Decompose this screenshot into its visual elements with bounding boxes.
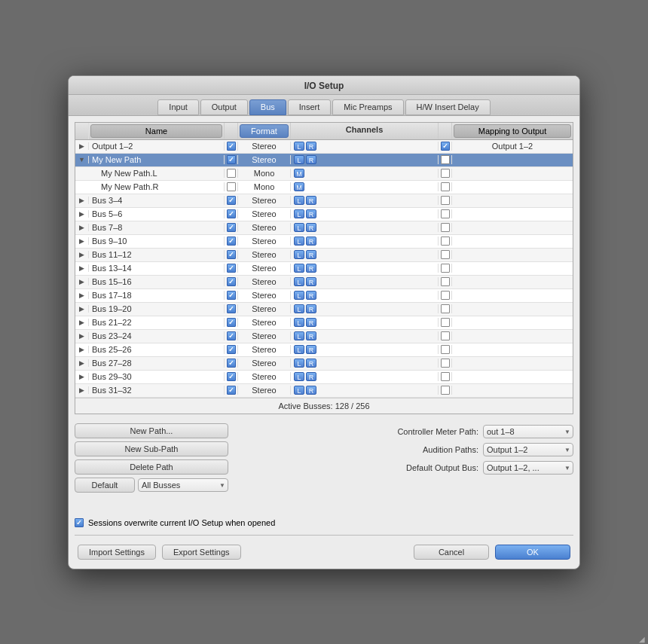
channel-button[interactable]: R bbox=[306, 372, 316, 381]
tab-output[interactable]: Output bbox=[200, 99, 248, 115]
row-map-check[interactable] bbox=[439, 182, 452, 191]
expand-arrow[interactable]: ▶ bbox=[75, 278, 89, 285]
row-active-check[interactable] bbox=[225, 237, 238, 246]
row-map-check[interactable] bbox=[439, 277, 452, 286]
row-map-check[interactable] bbox=[439, 142, 452, 151]
expand-arrow[interactable]: ▶ bbox=[75, 197, 89, 204]
table-row[interactable]: ▶Bus 17–18StereoLR bbox=[75, 289, 573, 303]
table-row[interactable]: ▶Bus 23–24StereoLR bbox=[75, 330, 573, 343]
tab-hw-insert[interactable]: H/W Insert Delay bbox=[405, 99, 491, 115]
row-active-check[interactable] bbox=[225, 345, 238, 354]
channel-button[interactable]: R bbox=[306, 331, 316, 340]
default-select[interactable]: All Busses bbox=[138, 478, 228, 492]
channel-button[interactable]: L bbox=[294, 209, 304, 218]
table-row[interactable]: My New Path.LMonoM bbox=[75, 167, 573, 181]
expand-arrow[interactable]: ▶ bbox=[75, 291, 89, 299]
expand-arrow[interactable]: ▶ bbox=[75, 251, 89, 258]
row-active-check[interactable] bbox=[225, 155, 238, 164]
channel-button[interactable]: R bbox=[306, 359, 316, 368]
channel-button[interactable]: M bbox=[294, 169, 304, 178]
channel-button[interactable]: L bbox=[294, 304, 304, 313]
row-map-check[interactable] bbox=[439, 237, 452, 246]
tab-input[interactable]: Input bbox=[157, 99, 198, 115]
row-active-check[interactable] bbox=[225, 304, 238, 313]
ok-button[interactable]: OK bbox=[495, 545, 570, 560]
row-map-check[interactable] bbox=[439, 331, 452, 340]
channel-button[interactable]: R bbox=[306, 264, 316, 273]
row-map-check[interactable] bbox=[439, 345, 452, 354]
table-row[interactable]: ▶Bus 7–8StereoLR bbox=[75, 221, 573, 235]
row-active-check[interactable] bbox=[225, 318, 238, 327]
table-row[interactable]: ▶Bus 5–6StereoLR bbox=[75, 208, 573, 221]
expand-arrow[interactable]: ▶ bbox=[75, 332, 89, 340]
expand-arrow[interactable]: ▶ bbox=[75, 224, 89, 231]
row-active-check[interactable] bbox=[225, 169, 238, 178]
channel-button[interactable]: L bbox=[294, 345, 304, 354]
channel-button[interactable]: L bbox=[294, 386, 304, 395]
channel-button[interactable]: R bbox=[306, 142, 316, 151]
row-active-check[interactable] bbox=[225, 182, 238, 191]
row-active-check[interactable] bbox=[225, 372, 238, 381]
row-active-check[interactable] bbox=[225, 277, 238, 286]
table-row[interactable]: ▶Bus 15–16StereoLR bbox=[75, 276, 573, 289]
row-map-check[interactable] bbox=[439, 372, 452, 381]
new-sub-path-button[interactable]: New Sub-Path bbox=[75, 441, 228, 456]
table-row[interactable]: ▶Bus 21–22StereoLR bbox=[75, 316, 573, 330]
row-map-check[interactable] bbox=[439, 291, 452, 300]
channel-button[interactable]: L bbox=[294, 196, 304, 205]
channel-button[interactable]: L bbox=[294, 372, 304, 381]
row-map-check[interactable] bbox=[439, 155, 452, 164]
table-row[interactable]: ▶Bus 29–30StereoLR bbox=[75, 371, 573, 384]
channel-button[interactable]: L bbox=[294, 142, 304, 151]
row-map-check[interactable] bbox=[439, 318, 452, 327]
channel-button[interactable]: R bbox=[306, 386, 316, 395]
row-map-check[interactable] bbox=[439, 223, 452, 232]
export-settings-button[interactable]: Export Settings bbox=[162, 545, 241, 560]
row-active-check[interactable] bbox=[225, 142, 238, 151]
table-row[interactable]: ▶Bus 13–14StereoLR bbox=[75, 262, 573, 276]
row-active-check[interactable] bbox=[225, 386, 238, 395]
row-map-check[interactable] bbox=[439, 264, 452, 273]
channel-button[interactable]: L bbox=[294, 250, 304, 259]
table-row[interactable]: ▶Bus 9–10StereoLR bbox=[75, 235, 573, 249]
row-map-check[interactable] bbox=[439, 304, 452, 313]
table-row[interactable]: ▶Bus 27–28StereoLR bbox=[75, 357, 573, 371]
channel-button[interactable]: R bbox=[306, 237, 316, 246]
row-active-check[interactable] bbox=[225, 250, 238, 259]
table-row[interactable]: My New Path.RMonoM bbox=[75, 181, 573, 194]
row-active-check[interactable] bbox=[225, 264, 238, 273]
new-path-button[interactable]: New Path... bbox=[75, 423, 228, 438]
delete-path-button[interactable]: Delete Path bbox=[75, 459, 228, 475]
tab-insert[interactable]: Insert bbox=[288, 99, 332, 115]
channel-button[interactable]: R bbox=[306, 318, 316, 327]
channel-button[interactable]: R bbox=[306, 304, 316, 313]
channel-button[interactable]: R bbox=[306, 345, 316, 354]
default-output-bus-select[interactable]: Output 1–2, ... bbox=[483, 461, 573, 475]
table-row[interactable]: ▶Bus 19–20StereoLR bbox=[75, 303, 573, 316]
channel-button[interactable]: L bbox=[294, 277, 304, 286]
row-map-check[interactable] bbox=[439, 250, 452, 259]
row-map-check[interactable] bbox=[439, 209, 452, 218]
table-row[interactable]: ▼My New PathStereoLR bbox=[75, 154, 573, 167]
channel-button[interactable]: R bbox=[306, 291, 316, 300]
channel-button[interactable]: L bbox=[294, 223, 304, 232]
channel-button[interactable]: R bbox=[306, 223, 316, 232]
channel-button[interactable]: R bbox=[306, 277, 316, 286]
expand-arrow[interactable]: ▶ bbox=[75, 210, 89, 218]
default-button[interactable]: Default bbox=[75, 478, 135, 493]
expand-arrow[interactable]: ▶ bbox=[75, 319, 89, 326]
expand-arrow[interactable]: ▶ bbox=[75, 346, 89, 353]
channel-button[interactable]: M bbox=[294, 182, 304, 191]
channel-button[interactable]: R bbox=[306, 155, 316, 164]
channel-button[interactable]: L bbox=[294, 318, 304, 327]
expand-arrow[interactable]: ▶ bbox=[75, 359, 89, 367]
row-active-check[interactable] bbox=[225, 223, 238, 232]
channel-button[interactable]: L bbox=[294, 155, 304, 164]
expand-arrow[interactable]: ▶ bbox=[75, 305, 89, 313]
row-active-check[interactable] bbox=[225, 291, 238, 300]
expand-arrow[interactable]: ▶ bbox=[75, 373, 89, 380]
row-active-check[interactable] bbox=[225, 196, 238, 205]
row-active-check[interactable] bbox=[225, 359, 238, 368]
sessions-checkbox[interactable] bbox=[75, 518, 84, 527]
controller-meter-select[interactable]: out 1–8 bbox=[483, 425, 573, 438]
